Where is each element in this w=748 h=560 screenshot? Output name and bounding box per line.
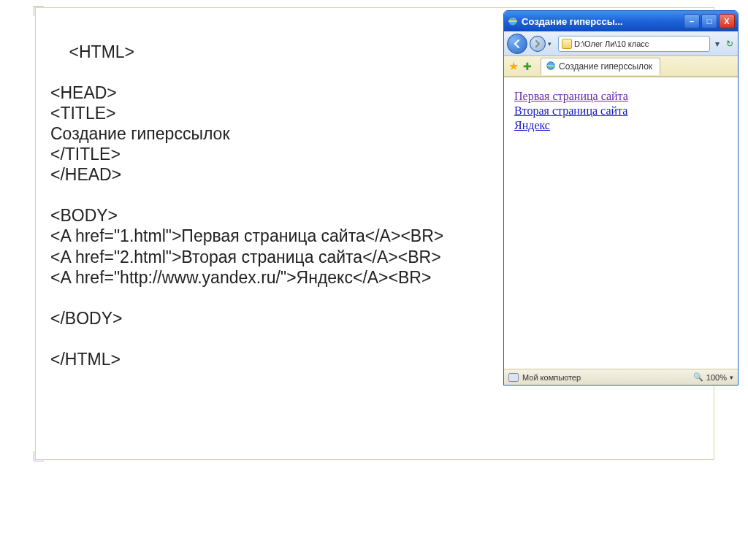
code-line: <BODY> [50, 206, 118, 225]
window-title: Создание гиперссы... [522, 16, 684, 27]
window-buttons: – □ X [684, 14, 735, 28]
code-block: <HTML> <HEAD> <TITLE> Создание гиперссыл… [50, 21, 456, 390]
code-line: </TITLE> [50, 145, 121, 164]
link-second-page[interactable]: Вторая страница сайта [514, 104, 627, 117]
status-text: Мой компьютер [522, 373, 581, 382]
link-yandex[interactable]: Яндекс [514, 119, 550, 131]
address-dropdown-button[interactable]: ▾ [712, 39, 722, 49]
folder-icon [562, 39, 572, 49]
code-line: <A href="2.html">Вторая страница сайта</… [50, 248, 441, 266]
code-line: <TITLE> [50, 104, 115, 123]
back-button[interactable] [507, 34, 527, 54]
close-label: X [724, 17, 729, 26]
favorites-icon[interactable]: ★ [508, 59, 519, 73]
address-bar[interactable]: D:\Олег Ли\10 класс [558, 36, 710, 52]
ie-icon [546, 61, 556, 73]
refresh-button[interactable]: ↻ [725, 39, 735, 49]
minimize-button[interactable]: – [684, 14, 700, 28]
zoom-dropdown[interactable]: ▾ [730, 374, 733, 381]
code-line: Создание гиперссылок [50, 124, 229, 143]
history-dropdown[interactable] [548, 36, 556, 52]
slide-frame: <HTML> <HEAD> <TITLE> Создание гиперссыл… [35, 7, 714, 460]
browser-window: Создание гиперссы... – □ X D:\Олег Ли\10… [503, 10, 739, 386]
page-content: Первая страница сайта Вторая страница са… [504, 77, 738, 369]
zoom-level: 100% [706, 373, 727, 382]
zoom-icon: 🔍 [693, 372, 703, 382]
computer-icon [508, 373, 519, 382]
arrow-left-icon [512, 39, 522, 49]
link-first-page[interactable]: Первая страница сайта [514, 90, 628, 102]
code-line: <A href="1.html">Первая страница сайта</… [50, 226, 443, 245]
code-line: </HEAD> [50, 165, 121, 184]
close-button[interactable]: X [719, 14, 735, 28]
add-favorite-icon[interactable]: ✚ [523, 61, 532, 72]
favorites-bar: ★ ✚ Создание гиперссылок [504, 56, 738, 77]
address-text: D:\Олег Ли\10 класс [574, 39, 649, 48]
maximize-label: □ [707, 17, 712, 26]
arrow-right-icon [534, 40, 541, 47]
forward-button[interactable] [530, 36, 546, 52]
code-line: <HTML> [69, 42, 134, 61]
ie-icon [507, 15, 519, 27]
status-bar: Мой компьютер 🔍 100% ▾ [504, 369, 738, 385]
tab-label: Создание гиперссылок [559, 61, 652, 72]
code-line: <A href="http://www.yandex.ru/">Яндекс</… [50, 268, 431, 287]
titlebar[interactable]: Создание гиперссы... – □ X [504, 11, 738, 31]
code-line: </BODY> [50, 309, 122, 328]
minimize-label: – [690, 17, 694, 26]
navigation-bar: D:\Олег Ли\10 класс ▾ ↻ [504, 31, 738, 56]
corner-decoration [34, 451, 44, 461]
code-line: <HEAD> [50, 83, 117, 102]
code-line: </HTML> [50, 350, 121, 369]
corner-decoration [34, 6, 44, 16]
browser-tab[interactable]: Создание гиперссылок [541, 58, 660, 75]
maximize-button[interactable]: □ [701, 14, 717, 28]
